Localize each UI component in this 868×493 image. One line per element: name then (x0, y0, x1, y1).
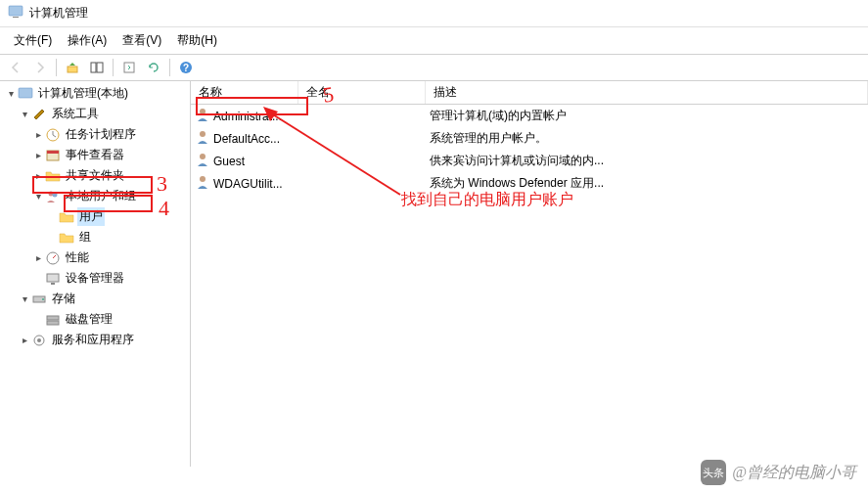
svg-rect-15 (47, 274, 59, 282)
separator (169, 59, 170, 76)
user-name: Guest (213, 155, 245, 168)
tree-label: 共享文件夹 (64, 166, 126, 185)
menu-action[interactable]: 操作(A) (60, 29, 114, 52)
svg-rect-20 (47, 321, 59, 325)
tree-label: 系统工具 (50, 105, 101, 123)
tree-shared-folders[interactable]: ▸ 共享文件夹 (0, 165, 190, 186)
window-title: 计算机管理 (29, 5, 88, 22)
tree-event-viewer[interactable]: ▸ 事件查看器 (0, 145, 190, 165)
computer-icon (18, 86, 33, 102)
chevron-right-icon[interactable]: ▸ (31, 170, 45, 181)
separator (113, 59, 114, 76)
watermark: 头条 @曾经的电脑小哥 (701, 460, 856, 485)
menu-view[interactable]: 查看(V) (114, 29, 169, 52)
tree-label: 服务和应用程序 (50, 331, 136, 349)
folder-icon (59, 230, 74, 246)
chevron-down-icon[interactable]: ▾ (4, 88, 18, 99)
menu-file[interactable]: 文件(F) (6, 29, 60, 52)
svg-rect-5 (124, 63, 134, 72)
tree-label: 磁盘管理 (64, 310, 114, 329)
separator (56, 59, 57, 76)
performance-icon (45, 250, 61, 266)
svg-text:?: ? (183, 63, 189, 73)
menubar: 文件(F) 操作(A) 查看(V) 帮助(H) (0, 27, 868, 55)
user-desc: 系统管理的用户帐户。 (430, 130, 864, 147)
user-icon (195, 129, 210, 148)
menu-help[interactable]: 帮助(H) (169, 29, 225, 52)
chevron-right-icon[interactable]: ▸ (31, 150, 45, 160)
user-desc: 系统为 Windows Defender 应用... (430, 175, 864, 192)
export-button[interactable] (117, 57, 141, 78)
watermark-author: @曾经的电脑小哥 (732, 463, 856, 483)
tree-storage[interactable]: ▾ 存储 (0, 289, 190, 309)
tree-panel: ▾ 计算机管理(本地) ▾ 系统工具 ▸ 任务计划程序 ▸ 事件查看器 ▸ 共享… (0, 81, 191, 467)
up-button[interactable] (61, 57, 84, 78)
titlebar: 计算机管理 (0, 0, 868, 27)
tools-icon (31, 107, 47, 122)
back-button[interactable] (4, 57, 27, 78)
svg-rect-4 (97, 63, 103, 72)
user-name: Administrat... (213, 110, 282, 123)
show-hide-button[interactable] (85, 57, 109, 78)
svg-rect-1 (13, 17, 19, 18)
chevron-right-icon[interactable]: ▸ (18, 335, 31, 345)
user-row[interactable]: Guest 供来宾访问计算机或访问域的内... (191, 150, 868, 172)
tree-label: 设备管理器 (64, 269, 126, 288)
svg-point-26 (200, 176, 206, 182)
chevron-down-icon[interactable]: ▾ (18, 109, 31, 119)
chevron-right-icon[interactable]: ▸ (31, 129, 45, 140)
toolbar: ? (0, 55, 868, 81)
event-icon (45, 148, 61, 163)
user-name: DefaultAcc... (213, 132, 280, 146)
clock-icon (45, 127, 61, 143)
chevron-right-icon[interactable]: ▸ (31, 252, 45, 263)
tree-performance[interactable]: ▸ 性能 (0, 247, 190, 268)
tree-label: 计算机管理(本地) (36, 84, 130, 103)
column-fullname[interactable]: 全名 (298, 81, 426, 104)
chevron-down-icon[interactable]: ▾ (18, 293, 31, 304)
user-desc: 管理计算机(域)的内置帐户 (430, 108, 864, 124)
folder-icon (59, 209, 74, 225)
list-body: Administrat... 管理计算机(域)的内置帐户 DefaultAcc.… (191, 105, 868, 195)
list-panel: 名称 全名 描述 Administrat... 管理计算机(域)的内置帐户 De… (191, 81, 868, 467)
list-header: 名称 全名 描述 (191, 81, 868, 105)
user-row[interactable]: DefaultAcc... 系统管理的用户帐户。 (191, 127, 868, 150)
column-name[interactable]: 名称 (191, 81, 298, 104)
svg-point-18 (42, 298, 44, 300)
svg-point-22 (37, 338, 41, 342)
refresh-button[interactable] (142, 57, 165, 78)
user-icon (195, 107, 210, 125)
shared-folder-icon (45, 168, 61, 184)
tree-users[interactable]: 用户 (0, 206, 190, 227)
svg-point-25 (200, 154, 206, 159)
chevron-down-icon[interactable]: ▾ (31, 191, 45, 202)
svg-rect-19 (47, 316, 59, 320)
user-row[interactable]: Administrat... 管理计算机(域)的内置帐户 (191, 105, 868, 127)
tree-root[interactable]: ▾ 计算机管理(本地) (0, 83, 190, 104)
svg-point-13 (53, 192, 58, 197)
services-icon (31, 333, 47, 348)
tree-local-users[interactable]: ▾ 本地用户和组 (0, 186, 190, 206)
tree-device-manager[interactable]: 设备管理器 (0, 268, 190, 289)
device-icon (45, 271, 61, 287)
user-desc: 供来宾访问计算机或访问域的内... (430, 153, 864, 169)
forward-button[interactable] (28, 57, 52, 78)
svg-rect-2 (68, 67, 77, 72)
tree-groups[interactable]: 组 (0, 227, 190, 247)
column-description[interactable]: 描述 (426, 81, 868, 104)
help-button[interactable]: ? (174, 57, 198, 78)
disk-icon (45, 312, 61, 328)
main-content: ▾ 计算机管理(本地) ▾ 系统工具 ▸ 任务计划程序 ▸ 事件查看器 ▸ 共享… (0, 81, 868, 467)
tree-services-apps[interactable]: ▸ 服务和应用程序 (0, 330, 190, 350)
svg-rect-3 (91, 63, 96, 72)
user-row[interactable]: WDAGUtilit... 系统为 Windows Defender 应用... (191, 172, 868, 195)
storage-icon (31, 291, 47, 307)
tree-task-scheduler[interactable]: ▸ 任务计划程序 (0, 124, 190, 145)
tree-label: 用户 (77, 207, 105, 226)
tree-label: 性能 (64, 248, 91, 267)
svg-rect-11 (47, 151, 59, 154)
watermark-logo-icon: 头条 (701, 460, 726, 485)
users-group-icon (45, 189, 61, 204)
tree-disk-management[interactable]: 磁盘管理 (0, 309, 190, 330)
tree-system-tools[interactable]: ▾ 系统工具 (0, 104, 190, 124)
